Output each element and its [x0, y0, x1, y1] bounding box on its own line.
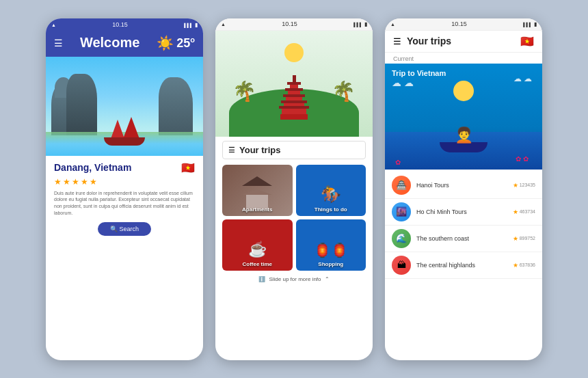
vn-lotus: ✿ ✿: [516, 155, 529, 163]
status-icons-3: [523, 21, 537, 27]
pagoda-tier-1: [282, 108, 306, 114]
vn-clouds: ☁ ☁: [392, 77, 414, 88]
signal-icon: [184, 21, 193, 28]
phone3-title: Your trips: [407, 36, 451, 46]
phone3-header: ☰ Your trips 🇻🇳: [385, 31, 542, 53]
central-num: 637836: [520, 262, 535, 267]
chevron-up-icon: ⌃: [325, 276, 330, 282]
hero-pagoda: 🌴 🌴: [215, 31, 373, 137]
boat: [104, 129, 145, 146]
time-2: 10.15: [282, 21, 297, 27]
rock-2: [66, 74, 97, 135]
todo-icon: 🏇: [321, 185, 341, 204]
phone-1: 10.15 ☰ Welcome ☀️ 25o: [46, 18, 203, 360]
central-name: The central highlands: [416, 262, 507, 269]
star-5: ★: [90, 177, 97, 187]
hcm-avatar: 🌆: [392, 202, 411, 221]
time-1: 10.15: [112, 21, 128, 28]
vietnam-flag-3: 🇻🇳: [520, 35, 534, 48]
vietnam-scene: Trip to Vietnam ☁ ☁ ☁ ☁ ✿ ✿ ✿ 🧑‍🦱: [385, 64, 542, 170]
trip-item-central[interactable]: 🏔 The central highlands ★ 637836: [385, 252, 542, 279]
hanoi-rating: ★ 123435: [513, 182, 535, 189]
hcm-name: Ho Chi Minh Tours: [416, 208, 507, 215]
phone3-menu-icon[interactable]: ☰: [393, 36, 401, 46]
central-avatar: 🏔: [392, 256, 411, 275]
coffee-label: Coffee time: [242, 261, 272, 267]
apartments-label: Apartments: [242, 206, 272, 213]
trip-item-hcm[interactable]: 🌆 Ho Chi Minh Tours ★ 463734: [385, 199, 542, 226]
palm-left: 🌴: [232, 80, 256, 103]
pagoda-scene: 🌴 🌴: [215, 31, 373, 137]
phone1-header: ☰ Welcome ☀️ 25o: [46, 31, 203, 57]
status-icons-1: [184, 21, 198, 28]
coffee-card[interactable]: ☕ Coffee time: [222, 219, 293, 271]
sail-2: [123, 117, 139, 139]
weather-section: ☀️ 25o: [157, 35, 195, 51]
wifi-icon-2: [221, 21, 226, 27]
star-2: ★: [63, 177, 70, 187]
trip-item-hanoi[interactable]: 🏯 Hanoi Tours ★ 123435: [385, 172, 542, 199]
battery-icon-2: [364, 21, 367, 27]
shopping-card[interactable]: 🏮🏮 Shopping: [296, 219, 366, 271]
slide-text: Slide up for more info: [269, 276, 321, 282]
current-label: Current: [385, 53, 542, 64]
signal-icon-3: [523, 21, 532, 27]
description-text: Duis aute irure dolor in reprehenderit i…: [54, 190, 195, 217]
coffee-icon: ☕: [248, 241, 267, 258]
sail-1: [111, 120, 124, 139]
halong-bay-scene: [46, 57, 203, 156]
time-3: 10.15: [451, 21, 467, 27]
hcm-star: ★: [513, 208, 518, 215]
south-rating: ★ 899752: [513, 235, 535, 242]
pagoda-base: [280, 114, 308, 120]
status-bar-2: 10.15: [215, 18, 373, 31]
wifi-icon-3: [390, 21, 395, 27]
status-bar-3: 10.15: [385, 18, 542, 31]
vn-sun: [453, 81, 474, 101]
menu-icon[interactable]: ☰: [54, 38, 63, 49]
vietnam-flag: 🇻🇳: [181, 161, 195, 174]
search-button[interactable]: 🔍 Search: [98, 222, 151, 236]
hcm-num: 463734: [520, 209, 535, 214]
trips-grid: Apartments 🏇 Things to do ☕ Coffee time …: [222, 165, 366, 271]
hcm-rating: ★ 463734: [513, 208, 535, 215]
phone-2: 10.15 🌴 🌴 ☰ Your trips: [215, 18, 373, 360]
slide-info: ℹ️ Slide up for more info ⌃: [222, 276, 366, 282]
south-star: ★: [513, 235, 518, 242]
hanoi-name: Hanoi Tours: [416, 182, 507, 189]
trips-menu-icon: ☰: [228, 146, 235, 154]
battery-icon-3: [534, 21, 537, 27]
hanoi-avatar: 🏯: [392, 176, 411, 195]
phone-3: 10.15 ☰ Your trips 🇻🇳 Current Trip to Vi…: [385, 18, 542, 360]
south-name: The southern coast: [416, 235, 507, 242]
things-to-do-card[interactable]: 🏇 Things to do: [296, 165, 366, 216]
vn-boat: 🧑‍🦱: [440, 142, 487, 152]
hanoi-star: ★: [513, 182, 518, 189]
apartments-card[interactable]: Apartments: [222, 165, 293, 216]
phone2-content: ☰ Your trips Apartments 🏇 Things to do ☕…: [215, 137, 373, 360]
star-1: ★: [54, 177, 62, 187]
central-rating: ★ 637836: [513, 262, 535, 269]
trip-item-south[interactable]: 🌊 The southern coast ★ 899752: [385, 226, 542, 252]
temperature: 25o: [176, 36, 195, 51]
palm-right: 🌴: [332, 80, 356, 103]
signal-icon-2: [353, 21, 362, 27]
status-icons-2: [353, 21, 367, 27]
roof: [242, 176, 272, 186]
pagoda-tower: [280, 75, 308, 120]
stars-row: ★ ★ ★ ★ ★: [54, 177, 195, 187]
shopping-icon: 🏮🏮: [314, 242, 348, 258]
welcome-label: Welcome: [80, 35, 139, 51]
things-to-do-label: Things to do: [315, 206, 347, 213]
roof2: [242, 189, 272, 195]
apartment-icon: [242, 176, 273, 204]
sun-icon: ☀️: [157, 35, 174, 51]
rock-3: [159, 77, 193, 135]
south-avatar: 🌊: [392, 229, 411, 248]
hanoi-num: 123435: [520, 183, 535, 187]
location-row: Danang, Vietnam 🇻🇳: [54, 161, 195, 174]
vn-clouds2: ☁ ☁: [513, 74, 532, 83]
vn-lotus2: ✿: [395, 159, 401, 166]
your-trips-header: ☰ Your trips: [222, 141, 366, 159]
status-bar-1: 10.15: [46, 18, 203, 31]
